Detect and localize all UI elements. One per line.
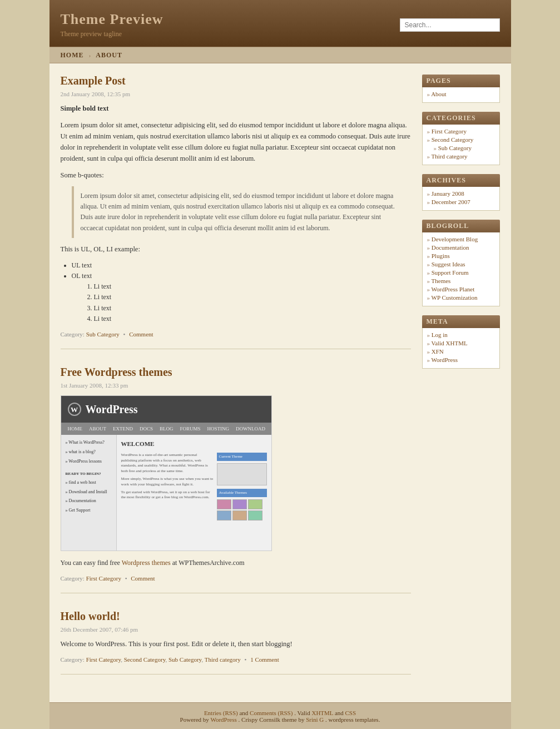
blogroll-dev-link[interactable]: Development Blog (432, 236, 478, 242)
cat-second-link[interactable]: Second Category (432, 136, 473, 143)
post-category-link[interactable]: Sub Category (86, 331, 120, 338)
archive-dec-link[interactable]: December 2007 (432, 199, 470, 205)
nav-about[interactable]: ABOUT (96, 51, 122, 59)
blogroll-docs-link[interactable]: Documentation (432, 244, 469, 251)
post-hello-world: Hello world! 26th December 2007, 07:46 p… (61, 610, 411, 675)
sidebar-categories-list: First Category Second Category Sub Categ… (422, 125, 500, 165)
post-date: 2nd January 2008, 12:35 pm (61, 91, 411, 97)
wp-body-text: WordPress is a state-of-the-art semantic… (121, 453, 214, 474)
sidebar-widget-pages: Pages About (422, 75, 500, 103)
post-title-link[interactable]: Example Post (61, 75, 126, 87)
wp-nav-home: HOME (68, 425, 83, 433)
ol-label: OL text (72, 272, 92, 280)
wp-theme-thumb-6 (248, 510, 262, 520)
sidebar-blogroll-list: Development Blog Documentation Plugins S… (422, 232, 500, 306)
post-meta: Category: First Category, Second Categor… (61, 656, 411, 663)
category-label: Category: (61, 656, 85, 663)
post-title[interactable]: Free Wordpress themes (61, 366, 411, 379)
post-title-link[interactable]: Hello world! (61, 610, 120, 622)
sub-category-link[interactable]: Sub Category (169, 656, 201, 663)
post-comment-link[interactable]: Comment (131, 575, 155, 582)
post-title[interactable]: Hello world! (61, 610, 411, 623)
ul-item: UL text (72, 260, 411, 271)
sidebar-widget-meta: Meta Log in Valid XHTML XFN WordPress (422, 315, 500, 369)
blogroll-themes-link[interactable]: Themes (432, 277, 451, 284)
post-title[interactable]: Example Post (61, 75, 411, 87)
meta-wordpress-link[interactable]: WordPress (432, 356, 458, 363)
post-content: Simple bold text Lorem ipsum dolor sit a… (61, 103, 411, 324)
main-content: Example Post 2nd January 2008, 12:35 pm … (61, 75, 411, 691)
post-comment-link[interactable]: Comment (129, 331, 153, 338)
easy-find-label: You can easy find free (61, 559, 120, 567)
wordpress-link[interactable]: WordPress (210, 716, 236, 723)
entries-rss-link[interactable]: Entries (RSS) (204, 710, 238, 716)
sidebar-widget-archives: Archives January 2008 December 2007 (422, 174, 500, 211)
sidebar-pages-list: About (422, 87, 500, 103)
navigation: HOME › ABOUT (49, 47, 511, 63)
author-link[interactable]: Srini G (306, 716, 324, 723)
list-item: Documentation (427, 244, 495, 251)
wp-available-themes-label: Available Themes (217, 489, 267, 497)
meta-xhtml-link[interactable]: Valid XHTML (432, 340, 468, 346)
list-item: Development Blog (427, 236, 495, 242)
post-paragraph: Welcome to WordPress. This is your first… (61, 638, 411, 649)
bold-text: Simple bold text (61, 105, 109, 112)
wordpress-screenshot: W WordPress HOME ABOUT EXTEND DOCS BLOG … (61, 395, 272, 551)
sidebar-pages-about-link[interactable]: About (431, 91, 447, 97)
post-comment-link[interactable]: 1 Comment (250, 656, 279, 663)
site-title: Theme Preview (61, 11, 163, 28)
wp-current-theme-preview (217, 463, 267, 485)
second-category-link[interactable]: Second Category (124, 656, 166, 663)
sidebar-blogroll-title: Blogroll (422, 220, 500, 232)
post-content: Welcome to WordPress. This is your first… (61, 638, 411, 649)
wp-nav-hosting: HOSTING (207, 425, 230, 433)
meta-sep: • (125, 575, 129, 582)
footer-powered-line: Powered by WordPress . Crispy Cornsilk t… (56, 716, 504, 723)
cat-third-link[interactable]: Third category (432, 153, 468, 160)
footer-theme-text: . Crispy Cornsilk theme by (239, 716, 305, 723)
first-category-link[interactable]: First Category (86, 656, 121, 663)
meta-login-link[interactable]: Log in (432, 331, 448, 338)
footer-valid: . Valid (294, 710, 311, 716)
blogroll-suggest-link[interactable]: Suggest Ideas (432, 261, 465, 267)
wp-sidebar-item-1: » What is WordPress? (66, 439, 112, 447)
nav-home[interactable]: HOME (61, 51, 84, 59)
cat-first-link[interactable]: First Category (432, 128, 467, 135)
wp-body-text3: To get started with WordPress, set it up… (121, 490, 214, 501)
search-input[interactable] (400, 18, 500, 32)
wp-theme-thumb-4 (217, 510, 231, 520)
sidebar-widget-categories: Categories First Category Second Categor… (422, 112, 500, 165)
sidebar-categories-title: Categories (422, 112, 500, 125)
meta-xfn-link[interactable]: XFN (432, 348, 444, 355)
category-label: Category: (61, 331, 85, 338)
post-meta: Category: First Category • Comment (61, 575, 411, 582)
blogroll-customization-link[interactable]: WP Customization (432, 294, 478, 301)
list-item: Log in (427, 331, 495, 338)
post-title-link[interactable]: Free Wordpress themes (61, 366, 172, 378)
list-item: Second Category (427, 136, 495, 143)
sidebar-archives-list: January 2008 December 2007 (422, 187, 500, 211)
archive-jan-link[interactable]: January 2008 (432, 190, 464, 197)
cat-sub-link[interactable]: Sub Category (438, 145, 472, 151)
third-category-link[interactable]: Third category (205, 656, 241, 663)
css-link[interactable]: CSS (345, 710, 356, 716)
blogroll-support-link[interactable]: Support Forum (432, 269, 469, 276)
blogroll-planet-link[interactable]: WordPress Planet (432, 286, 475, 292)
xhtml-link[interactable]: XHTML (311, 710, 333, 716)
meta-sep: • (123, 331, 127, 338)
blogroll-plugins-link[interactable]: Plugins (432, 252, 450, 259)
easy-find-text: You can easy find free Wordpress themes … (61, 558, 411, 568)
wp-nav: HOME ABOUT EXTEND DOCS BLOG FORUMS HOSTI… (61, 423, 271, 435)
list-section: UL text OL text Li text Li text Li text … (61, 260, 411, 324)
li-item-4: Li text (94, 314, 411, 324)
comments-rss-link[interactable]: Comments (RSS) (250, 710, 293, 716)
wp-theme-thumb-5 (232, 510, 247, 520)
post-category-link[interactable]: First Category (86, 575, 121, 582)
wp-nav-about: ABOUT (89, 425, 106, 433)
wordpress-themes-link[interactable]: Wordpress themes (122, 559, 171, 567)
wp-header: W WordPress (61, 396, 271, 423)
list-item: WP Customization (427, 294, 495, 301)
post-date: 26th December 2007, 07:46 pm (61, 626, 411, 633)
wp-nav-extend: EXTEND (113, 425, 133, 433)
wp-main: WELCOME WordPress is a state-of-the-art … (117, 435, 271, 551)
